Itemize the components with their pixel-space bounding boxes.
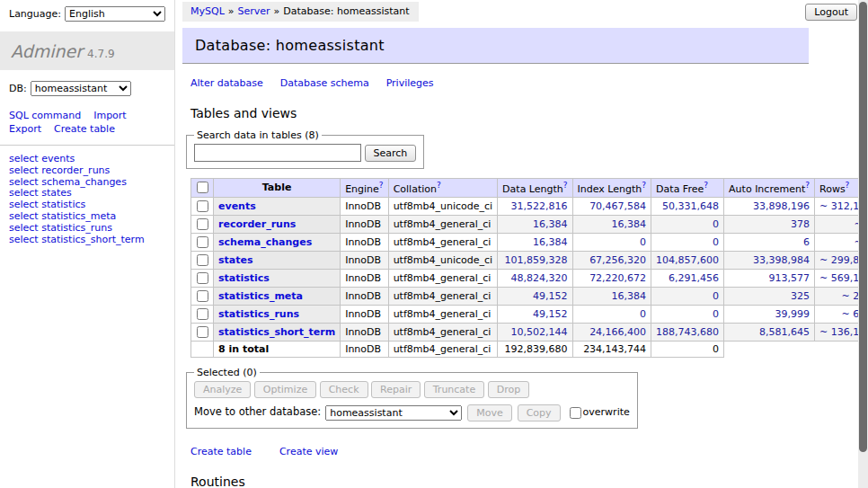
table-link-statistics[interactable]: statistics xyxy=(218,272,270,284)
alter-database-link[interactable]: Alter database xyxy=(190,77,263,89)
data-length-cell: 49,152 xyxy=(498,287,572,305)
logout-button[interactable]: Logout xyxy=(805,4,857,21)
column-header-auto-increment: Auto Increment? xyxy=(724,179,815,198)
breadcrumb-mysql-link[interactable]: MySQL xyxy=(190,5,225,17)
data-free-cell: 0 xyxy=(651,233,724,251)
collation-cell: utf8mb4_general_ci xyxy=(388,233,497,251)
total-data-length-cell: 192,839,680 xyxy=(498,341,572,357)
move-database-select[interactable]: homeassistant xyxy=(325,405,462,421)
table-link-statistics-short-term[interactable]: statistics_short_term xyxy=(218,326,335,338)
table-link-recorder-runs[interactable]: recorder_runs xyxy=(218,218,296,230)
truncate-button[interactable]: Truncate xyxy=(424,381,484,398)
table-link-statistics-runs[interactable]: statistics_runs xyxy=(218,308,299,320)
collation-help-link[interactable]: ? xyxy=(437,181,441,190)
table-link-states[interactable]: states xyxy=(218,254,253,266)
tables-and-views-heading: Tables and views xyxy=(190,106,858,120)
auto-increment-cell: 6 xyxy=(724,233,815,251)
row-checkbox[interactable] xyxy=(197,272,208,284)
drop-button[interactable]: Drop xyxy=(488,381,529,398)
analyze-button[interactable]: Analyze xyxy=(194,381,251,398)
sidebar-create-table-link[interactable]: Create table xyxy=(54,122,115,136)
database-schema-link[interactable]: Database schema xyxy=(280,77,369,89)
index-length-cell: 0 xyxy=(572,305,651,323)
data-free-help-link[interactable]: ? xyxy=(704,181,708,190)
table-row-statistics-short-term: statistics_short_term InnoDB utf8mb4_gen… xyxy=(191,323,868,341)
collation-cell: utf8mb4_unicode_ci xyxy=(388,251,497,269)
search-input[interactable] xyxy=(194,144,361,162)
sidebar-item-select-recorder-runs[interactable]: select recorder_runs xyxy=(9,165,167,177)
row-checkbox[interactable] xyxy=(197,218,208,230)
collation-cell: utf8mb4_general_ci xyxy=(388,305,497,323)
optimize-button[interactable]: Optimize xyxy=(254,381,316,398)
data-free-cell: 104,857,600 xyxy=(651,251,724,269)
row-checkbox[interactable] xyxy=(197,236,208,248)
check-button[interactable]: Check xyxy=(320,381,368,398)
column-header-engine: Engine? xyxy=(341,179,388,198)
rows-help-link[interactable]: ? xyxy=(846,181,850,190)
collation-cell: utf8mb4_unicode_ci xyxy=(388,197,497,215)
data-length-cell: 16,384 xyxy=(498,215,572,233)
brand-header: Adminer4.7.9 xyxy=(0,31,174,70)
move-button[interactable]: Move xyxy=(467,404,512,421)
data-length-cell: 49,152 xyxy=(498,305,572,323)
create-view-link[interactable]: Create view xyxy=(279,446,338,457)
engine-help-link[interactable]: ? xyxy=(379,181,384,190)
select-all-checkbox[interactable] xyxy=(197,182,208,193)
privileges-link[interactable]: Privileges xyxy=(386,77,434,89)
sidebar-table-links: select events select recorder_runs selec… xyxy=(0,154,174,245)
auto-increment-help-link[interactable]: ? xyxy=(805,181,810,190)
table-row-schema-changes: schema_changes InnoDB utf8mb4_general_ci… xyxy=(191,233,868,251)
engine-cell: InnoDB xyxy=(341,287,388,305)
data-free-cell: 0 xyxy=(651,305,724,323)
row-checkbox[interactable] xyxy=(197,326,208,338)
db-select[interactable]: homeassistant xyxy=(31,81,131,96)
table-link-statistics-meta[interactable]: statistics_meta xyxy=(218,290,303,302)
create-links: Create tableCreate view xyxy=(190,446,858,457)
sidebar-import-link[interactable]: Import xyxy=(93,109,127,122)
scrollbar-thumb[interactable] xyxy=(859,2,867,452)
breadcrumb-server-link[interactable]: Server xyxy=(238,5,270,17)
data-length-help-link[interactable]: ? xyxy=(563,181,568,190)
search-button[interactable]: Search xyxy=(365,145,417,162)
table-name-cell: statistics_meta xyxy=(214,287,341,305)
copy-button[interactable]: Copy xyxy=(518,404,561,421)
table-name-cell: statistics_runs xyxy=(214,305,341,323)
sidebar-item-select-statistics-runs[interactable]: select statistics_runs xyxy=(9,223,167,235)
sidebar-sql-command-link[interactable]: SQL command xyxy=(9,109,81,122)
sidebar-item-select-statistics-meta[interactable]: select statistics_meta xyxy=(9,211,167,223)
total-collation-cell: utf8mb4_general_ci xyxy=(388,341,497,357)
vertical-scrollbar[interactable] xyxy=(858,0,868,488)
selected-fieldset: Selected (0) Analyze Optimize Check Repa… xyxy=(186,367,638,429)
create-table-link[interactable]: Create table xyxy=(190,446,252,457)
column-header-collation: Collation? xyxy=(388,179,497,198)
search-legend: Search data in tables (8) xyxy=(194,129,322,141)
table-row-statistics-runs: statistics_runs InnoDB utf8mb4_general_c… xyxy=(191,305,868,323)
sidebar-item-select-events[interactable]: select events xyxy=(9,154,167,165)
table-row-states: states InnoDB utf8mb4_unicode_ci 101,859… xyxy=(191,251,868,269)
column-header-index-length: Index Length? xyxy=(572,179,651,198)
table-link-events[interactable]: events xyxy=(218,200,256,212)
language-select[interactable]: English xyxy=(65,6,165,22)
row-checkbox[interactable] xyxy=(197,254,208,266)
selected-buttons-row: Analyze Optimize Check Repair Truncate D… xyxy=(194,381,630,398)
repair-button[interactable]: Repair xyxy=(371,381,421,398)
auto-increment-cell: 33,398,984 xyxy=(724,251,815,269)
auto-increment-cell: 913,577 xyxy=(724,269,815,287)
tables-overview: Table Engine? Collation? Data Length? In… xyxy=(190,178,868,358)
row-checkbox[interactable] xyxy=(197,290,208,302)
overwrite-checkbox[interactable] xyxy=(570,407,581,419)
language-label: Language: xyxy=(9,8,61,20)
table-name-cell: schema_changes xyxy=(214,233,341,251)
total-empty-check-cell xyxy=(191,341,214,357)
row-checkbox[interactable] xyxy=(197,200,208,212)
table-link-schema-changes[interactable]: schema_changes xyxy=(218,236,312,248)
search-fieldset: Search data in tables (8) Search xyxy=(186,129,424,169)
sidebar-export-link[interactable]: Export xyxy=(9,122,41,136)
move-row: Move to other database:homeassistantMove… xyxy=(194,404,630,421)
data-length-cell: 101,859,328 xyxy=(498,251,572,269)
sidebar-item-select-statistics-short-term[interactable]: select statistics_short_term xyxy=(9,235,167,246)
table-total-row: 8 in total InnoDB utf8mb4_general_ci 192… xyxy=(191,341,868,357)
index-length-help-link[interactable]: ? xyxy=(642,181,646,190)
data-free-cell: 6,291,456 xyxy=(651,269,724,287)
row-checkbox[interactable] xyxy=(197,308,208,320)
